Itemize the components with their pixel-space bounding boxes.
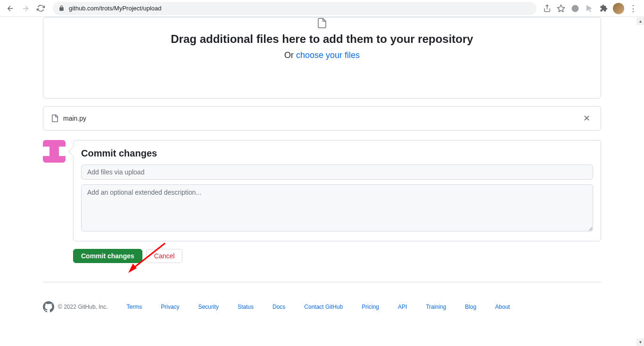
- url-text: github.com/trots/MyProject/upload: [69, 5, 162, 12]
- page-footer: © 2022 GitHub, Inc. Terms Privacy Securi…: [43, 282, 601, 331]
- footer-link-about[interactable]: About: [495, 304, 510, 310]
- browser-toolbar: github.com/trots/MyProject/upload ⋮: [0, 0, 644, 17]
- scroll-down-icon[interactable]: ▾: [636, 338, 644, 346]
- star-icon[interactable]: [556, 4, 566, 13]
- commit-description-textarea[interactable]: [81, 184, 593, 231]
- forward-button[interactable]: [19, 2, 32, 15]
- reload-button[interactable]: [34, 2, 47, 15]
- commit-changes-button[interactable]: Commit changes: [73, 249, 142, 263]
- footer-copyright: © 2022 GitHub, Inc.: [43, 301, 108, 313]
- github-logo-icon: [43, 301, 54, 313]
- profile-avatar-icon[interactable]: [613, 3, 624, 14]
- footer-link-security[interactable]: Security: [198, 304, 219, 310]
- file-name: main.py: [63, 115, 580, 122]
- drop-zone-subtitle: Or choose your files: [53, 50, 591, 60]
- choose-files-link[interactable]: choose your files: [296, 50, 360, 60]
- footer-link-status[interactable]: Status: [238, 304, 254, 310]
- footer-link-pricing[interactable]: Pricing: [362, 304, 379, 310]
- commit-heading: Commit changes: [81, 148, 593, 159]
- commit-summary-input[interactable]: [81, 165, 593, 180]
- file-drop-zone[interactable]: Drag additional files here to add them t…: [43, 17, 601, 99]
- svg-point-1: [572, 5, 579, 12]
- back-button[interactable]: [4, 2, 17, 15]
- address-bar[interactable]: github.com/trots/MyProject/upload: [53, 2, 537, 15]
- share-icon[interactable]: [542, 4, 552, 13]
- commit-buttons: Commit changes Cancel: [73, 249, 601, 263]
- svg-marker-0: [558, 5, 565, 11]
- scroll-up-icon[interactable]: ▴: [636, 17, 644, 25]
- footer-link-terms[interactable]: Terms: [127, 304, 142, 310]
- upload-file-icon: [316, 17, 328, 29]
- footer-link-training[interactable]: Training: [426, 304, 446, 310]
- extensions-icon[interactable]: [599, 4, 608, 13]
- cursor-icon[interactable]: [585, 4, 594, 13]
- lock-icon: [58, 5, 65, 12]
- footer-links: Terms Privacy Security Status Docs Conta…: [127, 304, 601, 310]
- commit-box: Commit changes: [73, 140, 601, 241]
- file-icon: [51, 115, 58, 122]
- uploaded-file-row: main.py ✕: [43, 106, 601, 131]
- footer-link-privacy[interactable]: Privacy: [161, 304, 179, 310]
- toolbar-icons: ⋮: [542, 3, 640, 14]
- footer-link-api[interactable]: API: [398, 304, 407, 310]
- globe-icon[interactable]: [570, 4, 580, 13]
- remove-file-button[interactable]: ✕: [580, 112, 593, 124]
- user-avatar: [43, 140, 66, 163]
- menu-icon[interactable]: ⋮: [629, 4, 637, 13]
- drop-zone-title: Drag additional files here to add them t…: [53, 33, 591, 46]
- footer-link-docs[interactable]: Docs: [272, 304, 285, 310]
- footer-link-blog[interactable]: Blog: [465, 304, 476, 310]
- page-content: Drag additional files here to add them t…: [0, 17, 644, 346]
- commit-section: Commit changes: [43, 140, 601, 241]
- cancel-button[interactable]: Cancel: [146, 249, 183, 263]
- footer-link-contact[interactable]: Contact GitHub: [304, 304, 343, 310]
